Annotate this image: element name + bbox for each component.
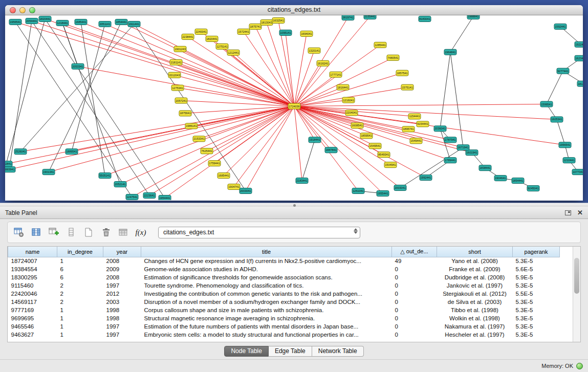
cell-out_degree[interactable]: 0 bbox=[392, 273, 437, 281]
cell-title[interactable]: Corpus callosum shape and size in male p… bbox=[141, 306, 392, 314]
cell-short[interactable]: de Silva et al. (2003) bbox=[437, 298, 513, 306]
cell-name[interactable]: 18300295 bbox=[8, 273, 57, 281]
cell-out_degree[interactable]: 0 bbox=[392, 298, 437, 306]
cell-pagerank[interactable]: 5.5E-5 bbox=[513, 290, 560, 298]
table-row[interactable]: 1830029562008Estimation of significance … bbox=[8, 273, 560, 281]
cell-out_degree[interactable]: 0 bbox=[392, 290, 437, 298]
table-scrollbar[interactable] bbox=[573, 247, 580, 342]
cell-short[interactable]: Nakamura et al. (1997) bbox=[437, 322, 513, 331]
cell-short[interactable]: Wolkin et al. (1998) bbox=[437, 314, 513, 322]
cell-short[interactable]: Hescheler et al. (1997) bbox=[437, 331, 513, 339]
table-row[interactable]: 969969511998Structural magnetic resonanc… bbox=[8, 314, 560, 322]
cell-out_degree[interactable]: 0 bbox=[392, 265, 437, 273]
cell-pagerank[interactable]: 5.3E-5 bbox=[513, 314, 560, 322]
column-header-short[interactable]: short bbox=[437, 247, 513, 257]
table-row[interactable]: 946554611997Estimation of the future num… bbox=[8, 322, 560, 331]
cell-pagerank[interactable]: 5.3E-5 bbox=[513, 322, 560, 331]
cell-in_degree[interactable]: 2 bbox=[57, 281, 103, 290]
cell-pagerank[interactable]: 5.3E-5 bbox=[513, 306, 560, 314]
column-header-name[interactable]: name bbox=[8, 247, 57, 257]
float-panel-icon[interactable] bbox=[565, 210, 571, 215]
cell-short[interactable]: Franke et al. (2009) bbox=[437, 265, 513, 273]
tab-edge-table[interactable]: Edge Table bbox=[269, 346, 312, 357]
window-titlebar[interactable]: citations_edges.txt bbox=[5, 5, 583, 15]
column-header-title[interactable]: title bbox=[141, 247, 392, 257]
table-row[interactable]: 946362711997Embryonic stem cells: a mode… bbox=[8, 331, 560, 339]
cell-title[interactable]: Estimation of the future numbers of pati… bbox=[141, 322, 392, 331]
cell-out_degree[interactable]: 0 bbox=[392, 331, 437, 339]
cell-title[interactable]: Genome-wide association studies in ADHD. bbox=[141, 265, 392, 273]
table-row[interactable]: 1872400712008Changes of HCN gene express… bbox=[8, 257, 560, 265]
column-header-in_degree[interactable]: in_degree bbox=[57, 247, 103, 257]
cell-in_degree[interactable]: 1 bbox=[57, 257, 103, 265]
cell-short[interactable]: Yano et al. (2008) bbox=[437, 257, 513, 265]
row-height-icon[interactable] bbox=[64, 225, 78, 240]
cell-in_degree[interactable]: 2 bbox=[57, 290, 103, 298]
cell-pagerank[interactable]: 5.3E-5 bbox=[513, 281, 560, 290]
cell-in_degree[interactable]: 6 bbox=[57, 265, 103, 273]
cell-out_degree[interactable]: 0 bbox=[392, 281, 437, 290]
cell-in_degree[interactable]: 1 bbox=[57, 314, 103, 322]
cell-year[interactable]: 2008 bbox=[103, 273, 141, 281]
cell-name[interactable]: 9115460 bbox=[8, 281, 57, 290]
cell-short[interactable]: Tibbo et al. (1998) bbox=[437, 306, 513, 314]
network-selector[interactable]: citations_edges.txt bbox=[158, 227, 360, 238]
cell-out_degree[interactable]: 0 bbox=[392, 322, 437, 331]
cell-pagerank[interactable]: 5.6E-5 bbox=[513, 265, 560, 273]
network-canvas[interactable]: 1724036190124321811412012043127534120572… bbox=[5, 15, 583, 200]
cell-name[interactable]: 9699695 bbox=[8, 314, 57, 322]
cell-in_degree[interactable]: 2 bbox=[57, 298, 103, 306]
cell-in_degree[interactable]: 6 bbox=[57, 273, 103, 281]
table-row[interactable]: 911546021997Tourette syndrome. Phenomeno… bbox=[8, 281, 560, 290]
table-row[interactable]: 1938455462009Genome-wide association stu… bbox=[8, 265, 560, 273]
tab-network-table[interactable]: Network Table bbox=[312, 346, 364, 357]
cell-pagerank[interactable]: 5.3E-5 bbox=[513, 298, 560, 306]
cell-title[interactable]: Embryonic stem cells: a model to study s… bbox=[141, 331, 392, 339]
panel-splitter[interactable] bbox=[0, 203, 588, 207]
import-table-icon[interactable] bbox=[116, 225, 130, 240]
cell-year[interactable]: 1997 bbox=[103, 281, 141, 290]
close-window-button[interactable] bbox=[10, 7, 16, 13]
delete-icon[interactable] bbox=[99, 225, 113, 240]
column-header-out_degree[interactable]: △ out_de... bbox=[392, 247, 437, 257]
minimize-window-button[interactable] bbox=[19, 7, 26, 13]
cell-title[interactable]: Changes of HCN gene expression and I(f) … bbox=[141, 257, 392, 265]
cell-name[interactable]: 19384554 bbox=[8, 265, 57, 273]
close-panel-icon[interactable]: ✕ bbox=[577, 209, 583, 216]
cell-year[interactable]: 2009 bbox=[103, 265, 141, 273]
cell-pagerank[interactable]: 5.9E-5 bbox=[513, 273, 560, 281]
table-mode-icon[interactable] bbox=[12, 225, 26, 240]
function-builder-icon[interactable]: f(x) bbox=[134, 225, 148, 240]
cell-in_degree[interactable]: 1 bbox=[57, 322, 103, 331]
cell-in_degree[interactable]: 1 bbox=[57, 331, 103, 339]
cell-in_degree[interactable]: 1 bbox=[57, 306, 103, 314]
show-columns-icon[interactable] bbox=[29, 225, 43, 240]
cell-year[interactable]: 1998 bbox=[103, 314, 141, 322]
cell-year[interactable]: 2012 bbox=[103, 290, 141, 298]
cell-pagerank[interactable]: 5.3E-5 bbox=[513, 257, 560, 265]
cell-out_degree[interactable]: 0 bbox=[392, 314, 437, 322]
cell-out_degree[interactable]: 0 bbox=[392, 306, 437, 314]
cell-short[interactable]: Stergiakouli et al. (2012) bbox=[437, 290, 513, 298]
splitter-grip-icon[interactable] bbox=[293, 204, 296, 207]
cell-name[interactable]: 9465546 bbox=[8, 322, 57, 331]
table-row[interactable]: 977716911998Corpus callosum shape and si… bbox=[8, 306, 560, 314]
scrollbar-thumb[interactable] bbox=[574, 258, 579, 294]
cell-short[interactable]: Dudbridge et al. (2008) bbox=[437, 273, 513, 281]
cell-title[interactable]: Structural magnetic resonance image aver… bbox=[141, 314, 392, 322]
column-header-year[interactable]: year bbox=[103, 247, 141, 257]
cell-name[interactable]: 22420046 bbox=[8, 290, 57, 298]
cell-name[interactable]: 9777169 bbox=[8, 306, 57, 314]
table-row[interactable]: 2242004622012Investigating the contribut… bbox=[8, 290, 560, 298]
cell-name[interactable]: 14569117 bbox=[8, 298, 57, 306]
cell-year[interactable]: 1997 bbox=[103, 331, 141, 339]
column-header-pagerank[interactable]: pagerank bbox=[513, 247, 560, 257]
cell-year[interactable]: 1998 bbox=[103, 306, 141, 314]
cell-title[interactable]: Disruption of a novel member of a sodium… bbox=[141, 298, 392, 306]
cell-title[interactable]: Investigating the contribution of common… bbox=[141, 290, 392, 298]
cell-name[interactable]: 9463627 bbox=[8, 331, 57, 339]
cell-year[interactable]: 2008 bbox=[103, 257, 141, 265]
create-column-icon[interactable] bbox=[47, 225, 61, 240]
cell-year[interactable]: 1997 bbox=[103, 322, 141, 331]
tab-node-table[interactable]: Node Table bbox=[224, 346, 269, 357]
